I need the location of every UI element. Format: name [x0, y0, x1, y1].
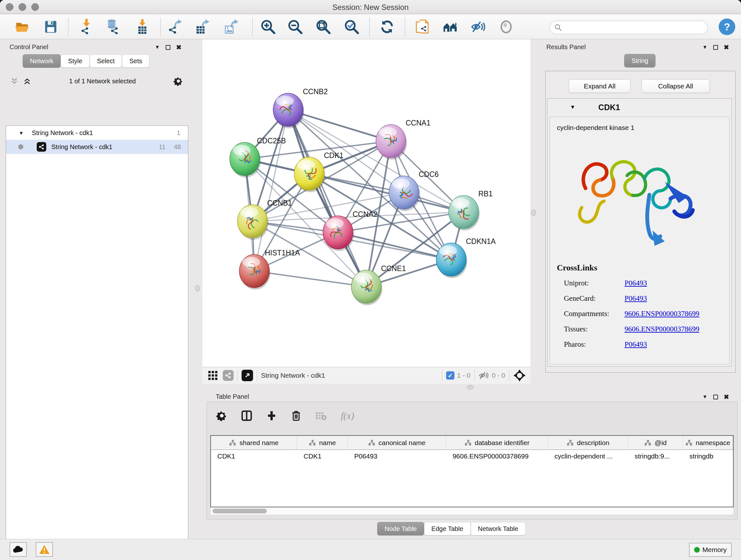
results-panel-menu-icon[interactable]: ▼ [702, 44, 708, 50]
protein-collapse-icon[interactable]: ▼ [570, 104, 576, 111]
table-cell[interactable]: cyclin-dependent ... [548, 450, 628, 462]
column-header-description[interactable]: description [548, 436, 628, 449]
collection-expand-icon[interactable]: ▼ [19, 130, 23, 136]
horizontal-splitter-handle[interactable] [467, 385, 474, 389]
node-CDC6[interactable] [389, 176, 420, 211]
refresh-button[interactable] [378, 17, 396, 36]
crosslink-link[interactable]: 9606.ENSP00000378699 [624, 325, 699, 333]
column-header-canonical-name[interactable]: canonical name [348, 436, 446, 449]
crosslink-link[interactable]: P06493 [624, 279, 647, 287]
clone-network-button[interactable] [413, 17, 432, 36]
cloud-button[interactable] [10, 542, 27, 557]
import-network-file-button[interactable] [77, 17, 96, 36]
control-panel-float-icon[interactable] [165, 45, 171, 50]
show-all-button[interactable] [497, 17, 515, 36]
crosslink-link[interactable]: P06493 [624, 340, 647, 349]
add-column-icon[interactable] [266, 410, 277, 421]
node-CDKN1A[interactable] [436, 243, 467, 278]
edge-HIST1H1A-CCNE1[interactable] [254, 271, 366, 287]
right-splitter-handle[interactable] [531, 209, 536, 216]
tab-edge-table[interactable]: Edge Table [424, 522, 471, 536]
tab-network-table[interactable]: Network Table [471, 522, 526, 536]
column-header-name[interactable]: name [297, 436, 348, 449]
help-button[interactable]: ? [719, 18, 735, 35]
fit-crosshair-icon[interactable] [513, 369, 526, 382]
birds-eye-view-button[interactable] [441, 17, 460, 36]
column-header-namespace[interactable]: namespace [683, 436, 733, 449]
delete-table-icon[interactable] [315, 411, 327, 421]
function-builder-icon[interactable]: f(x) [341, 410, 354, 421]
zoom-in-button[interactable] [259, 17, 277, 36]
network-canvas[interactable]: CCNB2CCNA1CDC25BCDK1CDC6RB1CCNB1CCNA2CDK… [202, 39, 530, 367]
network-row[interactable]: String Network - cdk1 11 48 [6, 140, 188, 154]
delete-column-trash-icon[interactable] [291, 410, 301, 421]
hidden-eye-icon[interactable] [478, 371, 489, 380]
table-horizontal-scrollbar[interactable] [210, 507, 734, 515]
node-CCNE1[interactable] [351, 270, 382, 305]
memory-button[interactable]: Memory [689, 543, 732, 557]
network-collection-row[interactable]: ▼ String Network - cdk1 1 [6, 126, 188, 140]
column-header-database-identifier[interactable]: database identifier [446, 436, 548, 449]
table-cell[interactable]: stringdb:9... [628, 450, 683, 462]
tab-network[interactable]: Network [23, 54, 61, 68]
table-panel-menu-icon[interactable]: ▼ [702, 394, 708, 400]
control-panel-close-icon[interactable]: ✖ [176, 44, 182, 51]
node-CCNA1[interactable] [376, 125, 407, 160]
results-panel-float-icon[interactable] [713, 45, 718, 50]
tab-style[interactable]: Style [61, 54, 89, 68]
table-settings-gear-icon[interactable] [216, 410, 227, 421]
left-splitter-handle[interactable] [195, 285, 200, 292]
node-CDK1[interactable] [294, 157, 325, 192]
warnings-button[interactable] [36, 542, 53, 557]
zoom-out-button[interactable] [286, 17, 305, 36]
network-graph[interactable]: CCNB2CCNA1CDC25BCDK1CDC6RB1CCNB1CCNA2CDK… [202, 39, 530, 367]
selected-checkbox-icon[interactable]: ✓ [446, 371, 455, 380]
collapse-all-tree-icon[interactable] [10, 77, 18, 85]
save-session-button[interactable] [42, 17, 60, 36]
results-panel-close-icon[interactable]: ✖ [724, 44, 729, 51]
crosslink-link[interactable]: P06493 [624, 294, 647, 303]
table-panel-close-icon[interactable]: ✖ [724, 394, 729, 400]
crosslink-link[interactable]: 9606.ENSP00000378699 [624, 310, 699, 318]
open-session-button[interactable] [13, 17, 31, 36]
scrollbar-thumb[interactable] [212, 509, 267, 513]
show-columns-icon[interactable] [241, 410, 252, 421]
search-field[interactable] [549, 21, 708, 34]
table-cell[interactable]: 9606.ENSP00000378699 [446, 450, 548, 462]
tab-node-table[interactable]: Node Table [377, 522, 424, 536]
table-panel-float-icon[interactable] [713, 395, 718, 399]
tab-select[interactable]: Select [90, 54, 122, 68]
export-table-button[interactable] [193, 17, 212, 36]
expand-all-button[interactable]: Expand All [569, 79, 630, 93]
protein-section-header[interactable]: ▼ CDK1 [548, 99, 731, 116]
tab-sets[interactable]: Sets [122, 54, 149, 68]
table-row[interactable]: CDK1CDK1P064939606.ENSP00000378699cyclin… [211, 450, 733, 462]
network-options-gear-icon[interactable] [174, 76, 183, 86]
table-cell[interactable]: stringdb [683, 450, 733, 462]
column-header-shared-name[interactable]: shared name [211, 436, 297, 449]
hide-selected-button[interactable] [469, 17, 488, 36]
node-CCNB1[interactable] [238, 205, 268, 240]
table-cell[interactable]: P06493 [348, 450, 446, 462]
network-view-type-icon[interactable] [223, 370, 233, 381]
node-RB1[interactable] [449, 195, 480, 231]
control-panel-menu-icon[interactable]: ▼ [155, 44, 160, 50]
edge-CCNB2-HIST1H1A[interactable] [254, 110, 288, 271]
export-image-button[interactable] [222, 17, 240, 36]
node-CDC25B[interactable] [230, 142, 261, 178]
import-table-button[interactable] [133, 17, 151, 36]
node-HIST1H1A[interactable] [239, 254, 270, 290]
detach-view-icon[interactable] [242, 370, 253, 381]
table-cell[interactable]: CDK1 [211, 450, 297, 462]
expand-all-tree-icon[interactable] [23, 77, 31, 85]
node-CCNB2[interactable] [273, 93, 304, 128]
table-cell[interactable]: CDK1 [297, 450, 348, 462]
zoom-selected-button[interactable] [342, 17, 361, 36]
column-header--id[interactable]: @id [628, 436, 683, 449]
zoom-fit-button[interactable] [314, 17, 333, 36]
import-network-database-button[interactable] [104, 17, 122, 36]
grid-view-icon[interactable] [207, 370, 218, 381]
tab-string[interactable]: String [624, 54, 656, 67]
collapse-all-button[interactable]: Collapse All [642, 79, 710, 93]
export-network-button[interactable] [166, 17, 185, 36]
